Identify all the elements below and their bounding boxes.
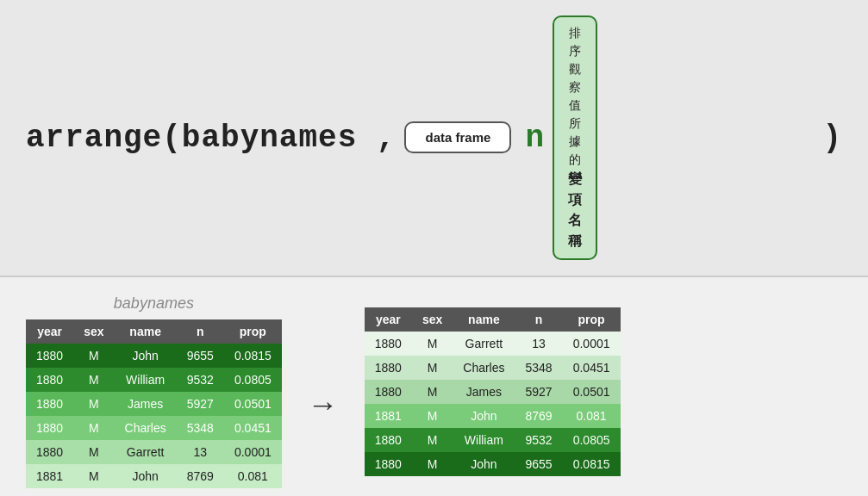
code-close-paren: ) — [822, 121, 842, 156]
col-n-r: n — [515, 307, 563, 332]
variable-name-label: 排序觀察值所據的 變項名稱 — [553, 16, 597, 260]
col-n: n — [177, 319, 224, 344]
right-cell-3-2: John — [453, 404, 515, 428]
left-cell-0-1: M — [73, 344, 114, 368]
right-table: year sex name n prop 1880MGarrett130.000… — [365, 307, 621, 476]
right-cell-1-1: M — [412, 356, 453, 380]
left-cell-2-1: M — [73, 392, 114, 416]
right-cell-4-1: M — [412, 428, 453, 452]
right-cell-3-3: 8769 — [515, 404, 563, 428]
left-cell-1-1: M — [73, 368, 114, 392]
code-arrange: arrange(babynames , — [26, 121, 396, 156]
right-cell-3-4: 0.081 — [563, 404, 621, 428]
left-cell-1-3: 9532 — [177, 368, 224, 392]
right-cell-4-3: 9532 — [515, 428, 563, 452]
right-cell-2-3: 5927 — [515, 380, 563, 404]
col-name: name — [115, 319, 177, 344]
right-cell-1-3: 5348 — [515, 356, 563, 380]
table-row: 1880MJohn96550.0815 — [26, 344, 282, 368]
left-cell-3-0: 1880 — [26, 416, 73, 440]
bottom-section: babynames year sex name n prop 1880MJohn… — [0, 277, 868, 496]
left-cell-5-2: John — [115, 464, 177, 488]
right-cell-3-1: M — [412, 404, 453, 428]
table-row: 1880MWilliam95320.0805 — [26, 368, 282, 392]
left-cell-4-1: M — [73, 440, 114, 464]
table-row: 1880MGarrett130.0001 — [365, 332, 621, 356]
code-n-param: n — [525, 121, 544, 156]
left-cell-4-2: Garrett — [115, 440, 177, 464]
table-row: 1881MJohn87690.081 — [365, 404, 621, 428]
col-year-r: year — [365, 307, 412, 332]
right-cell-2-1: M — [412, 380, 453, 404]
right-cell-2-4: 0.0501 — [563, 380, 621, 404]
table-row: 1880MJames59270.0501 — [26, 392, 282, 416]
right-table-header: year sex name n prop — [365, 307, 621, 332]
right-cell-5-2: John — [453, 452, 515, 476]
col-sex: sex — [73, 319, 114, 344]
left-cell-0-2: John — [115, 344, 177, 368]
left-cell-4-3: 13 — [177, 440, 224, 464]
right-cell-0-2: Garrett — [453, 332, 515, 356]
right-cell-0-1: M — [412, 332, 453, 356]
left-cell-2-2: James — [115, 392, 177, 416]
right-cell-5-3: 9655 — [515, 452, 563, 476]
right-cell-5-1: M — [412, 452, 453, 476]
left-cell-2-0: 1880 — [26, 392, 73, 416]
left-cell-3-1: M — [73, 416, 114, 440]
left-table-body: 1880MJohn96550.08151880MWilliam95320.080… — [26, 344, 282, 488]
col-prop-r: prop — [563, 307, 621, 332]
table-row: 1880MGarrett130.0001 — [26, 440, 282, 464]
left-cell-0-3: 9655 — [177, 344, 224, 368]
left-cell-4-4: 0.0001 — [224, 440, 282, 464]
left-cell-1-2: William — [115, 368, 177, 392]
col-year: year — [26, 319, 73, 344]
left-cell-5-4: 0.081 — [224, 464, 282, 488]
left-cell-5-1: M — [73, 464, 114, 488]
table-row: 1880MWilliam95320.0805 — [365, 428, 621, 452]
left-table-container: babynames year sex name n prop 1880MJohn… — [26, 294, 282, 488]
right-cell-0-4: 0.0001 — [563, 332, 621, 356]
right-cell-5-0: 1880 — [365, 452, 412, 476]
right-cell-2-0: 1880 — [365, 380, 412, 404]
left-cell-3-2: Charles — [115, 416, 177, 440]
left-cell-0-0: 1880 — [26, 344, 73, 368]
left-cell-5-0: 1881 — [26, 464, 73, 488]
col-prop: prop — [224, 319, 282, 344]
left-cell-3-4: 0.0451 — [224, 416, 282, 440]
right-table-body: 1880MGarrett130.00011880MCharles53480.04… — [365, 332, 621, 476]
left-cell-2-3: 5927 — [177, 392, 224, 416]
right-cell-4-2: William — [453, 428, 515, 452]
data-frame-label: data frame — [404, 121, 511, 153]
left-cell-5-3: 8769 — [177, 464, 224, 488]
right-cell-1-2: Charles — [453, 356, 515, 380]
table-row: 1880MCharles53480.0451 — [365, 356, 621, 380]
table-row: 1880MCharles53480.0451 — [26, 416, 282, 440]
right-table-container: year sex name n prop 1880MGarrett130.000… — [365, 307, 621, 476]
left-cell-2-4: 0.0501 — [224, 392, 282, 416]
right-cell-2-2: James — [453, 380, 515, 404]
left-cell-4-0: 1880 — [26, 440, 73, 464]
right-cell-3-0: 1881 — [365, 404, 412, 428]
right-cell-1-4: 0.0451 — [563, 356, 621, 380]
left-table-header: year sex name n prop — [26, 319, 282, 344]
table-row: 1880MJohn96550.0815 — [365, 452, 621, 476]
col-sex-r: sex — [412, 307, 453, 332]
right-cell-0-3: 13 — [515, 332, 563, 356]
right-cell-4-0: 1880 — [365, 428, 412, 452]
arrow-icon: → — [308, 387, 339, 423]
left-cell-1-0: 1880 — [26, 368, 73, 392]
right-cell-4-4: 0.0805 — [563, 428, 621, 452]
left-table: year sex name n prop 1880MJohn96550.0815… — [26, 319, 282, 488]
col-name-r: name — [453, 307, 515, 332]
header-section: arrange(babynames , data frame n 排序觀察值所據… — [0, 0, 868, 277]
right-cell-0-0: 1880 — [365, 332, 412, 356]
right-cell-5-4: 0.0815 — [563, 452, 621, 476]
left-cell-0-4: 0.0815 — [224, 344, 282, 368]
left-cell-1-4: 0.0805 — [224, 368, 282, 392]
table-row: 1880MJames59270.0501 — [365, 380, 621, 404]
left-cell-3-3: 5348 — [177, 416, 224, 440]
table-row: 1881MJohn87690.081 — [26, 464, 282, 488]
right-cell-1-0: 1880 — [365, 356, 412, 380]
table-label: babynames — [114, 294, 194, 313]
